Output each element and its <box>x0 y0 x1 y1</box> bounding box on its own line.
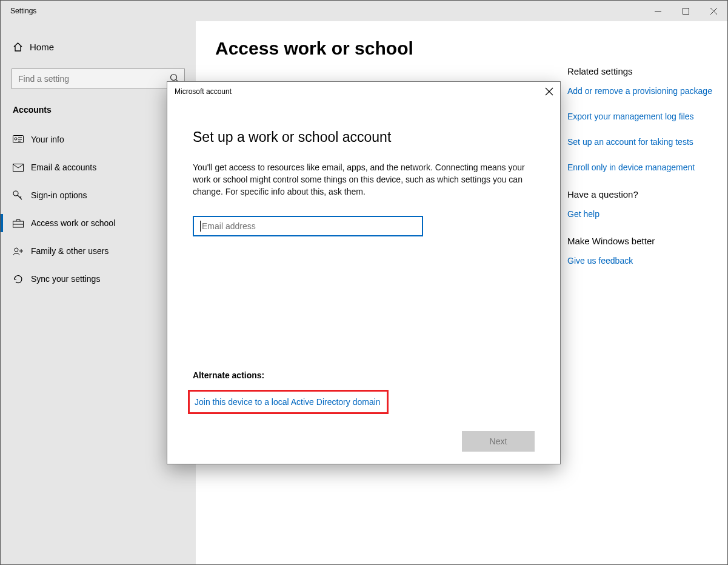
home-button[interactable]: Home <box>1 33 196 60</box>
maximize-icon <box>683 8 689 15</box>
search-input[interactable] <box>17 73 179 84</box>
link-export-log-files[interactable]: Export your management log files <box>567 110 716 122</box>
svg-rect-0 <box>683 8 689 14</box>
sidebar-item-label: Email & accounts <box>31 162 96 172</box>
close-icon <box>546 88 553 95</box>
key-icon <box>13 190 31 200</box>
next-button[interactable]: Next <box>462 431 535 452</box>
dialog-title: Microsoft account <box>175 87 232 96</box>
alternate-actions-heading: Alternate actions: <box>193 370 264 380</box>
question-heading: Have a question? <box>567 189 716 199</box>
search-box[interactable] <box>12 69 185 89</box>
link-setup-test-account[interactable]: Set up an account for taking tests <box>567 136 716 148</box>
dialog-description: You'll get access to resources like emai… <box>193 161 535 198</box>
sidebar-item-label: Your info <box>31 135 64 144</box>
minimize-button[interactable] <box>644 1 672 21</box>
minimize-icon <box>655 8 661 15</box>
sync-icon <box>13 274 31 284</box>
dialog-close-button[interactable] <box>543 85 555 98</box>
home-label: Home <box>30 42 54 52</box>
window-controls <box>644 1 727 21</box>
link-join-ad-domain[interactable]: Join this device to a local Active Direc… <box>195 397 381 407</box>
text-caret <box>200 221 201 232</box>
dialog-heading: Set up a work or school account <box>193 129 535 145</box>
link-give-feedback[interactable]: Give us feedback <box>567 255 716 267</box>
sidebar-item-label: Family & other users <box>31 246 109 256</box>
page-title: Access work or school <box>215 38 727 59</box>
right-column: Related settings Add or remove a provisi… <box>567 66 716 280</box>
sidebar-item-label: Sync your settings <box>31 274 100 284</box>
link-provisioning-package[interactable]: Add or remove a provisioning package <box>567 85 716 97</box>
svg-point-5 <box>13 191 18 196</box>
svg-point-3 <box>15 138 17 140</box>
email-field[interactable]: Email address <box>193 216 423 236</box>
dialog: Microsoft account Set up a work or schoo… <box>167 81 561 464</box>
next-button-label: Next <box>490 436 507 446</box>
sidebar-item-label: Sign-in options <box>31 190 87 200</box>
email-icon <box>13 164 31 172</box>
svg-point-1 <box>171 75 177 81</box>
svg-point-7 <box>15 248 18 252</box>
dialog-content: Set up a work or school account You'll g… <box>167 101 560 464</box>
link-enroll-device-management[interactable]: Enroll only in device management <box>567 161 716 173</box>
home-icon <box>13 42 30 52</box>
maximize-button[interactable] <box>672 1 700 21</box>
your-info-icon <box>13 135 31 144</box>
highlight-box: Join this device to a local Active Direc… <box>188 390 389 414</box>
link-get-help[interactable]: Get help <box>567 208 716 220</box>
briefcase-icon <box>13 219 31 228</box>
people-icon <box>13 247 31 256</box>
email-placeholder: Email address <box>202 221 256 231</box>
better-heading: Make Windows better <box>567 236 716 246</box>
dialog-header: Microsoft account <box>167 82 560 101</box>
titlebar: Settings <box>1 1 727 22</box>
sidebar-item-label: Access work or school <box>31 218 115 228</box>
window-title: Settings <box>1 7 36 15</box>
related-settings-heading: Related settings <box>567 66 716 76</box>
close-icon <box>710 8 717 15</box>
close-button[interactable] <box>700 1 727 21</box>
